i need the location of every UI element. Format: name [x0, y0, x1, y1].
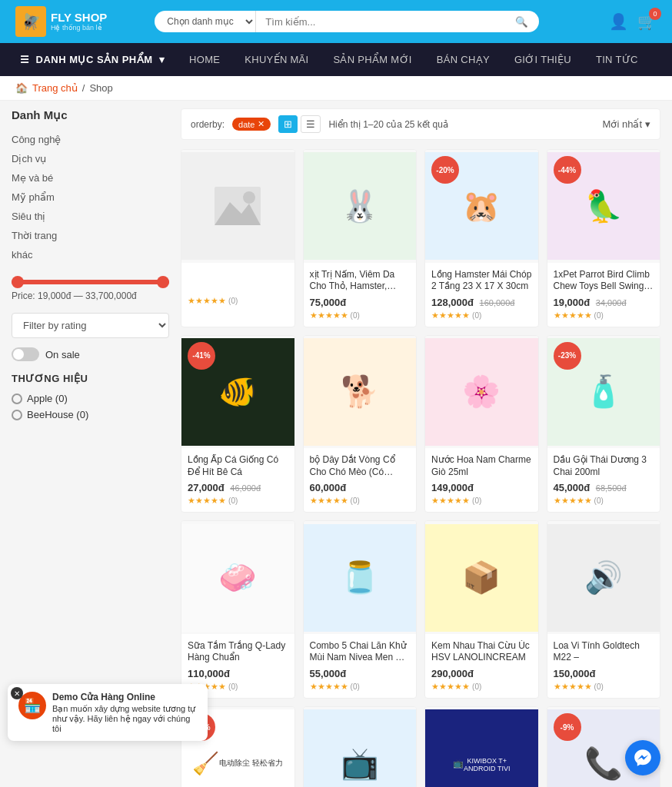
discount-badge: -44% [554, 156, 581, 184]
product-img-dog-leash: 🐕 [304, 336, 417, 449]
product-price-row: 19,000đ 34,000đ [554, 297, 654, 308]
on-sale-toggle[interactable] [12, 347, 39, 361]
product-img-hamster-cage: 🐹 -20% [425, 150, 538, 263]
demo-popup-close[interactable]: ✕ [11, 687, 23, 699]
sort-newest[interactable]: Mới nhất ▾ [603, 118, 650, 130]
sort-bar: orderby: date ✕ ⊞ ☰ Hiển thị 1–20 của 25… [181, 108, 660, 140]
product-card-body-wash[interactable]: 🧼 Sữa Tắm Trắng Q-Lady Hàng Chuẩn 110,00… [181, 520, 295, 699]
product-card-placeholder[interactable]: ★★★★★ (0) [181, 149, 295, 327]
product-price-row: 27,000đ 46,000đ [188, 482, 288, 493]
menu-button[interactable]: ☰ DANH MỤC SẢN PHẨM ▾ [8, 45, 177, 75]
product-card-deodorant[interactable]: 🫙 Combo 5 Chai Lăn Khử Mùi Nam Nivea Men… [303, 520, 418, 699]
nav-item-gioi-thieu[interactable]: GIỚI THIỆU [502, 43, 584, 76]
nav-links: HOME KHUYẾN MÃI SẢN PHẨM MỚI BÁN CHẠY GI… [177, 43, 650, 76]
breadcrumb-home[interactable]: Trang chủ [32, 82, 78, 94]
price-slider-fill [12, 280, 169, 284]
price-slider-container: Price: 19,000đ — 33,700,000đ [12, 280, 169, 301]
discount-badge: -23% [554, 342, 581, 370]
product-info: 1xPet Parrot Bird Climb Chew Toys Bell S… [547, 263, 660, 327]
product-old-price: 46,000đ [230, 483, 261, 493]
cart-button[interactable]: 🛒 0 [637, 12, 657, 31]
orderby-remove-icon[interactable]: ✕ [258, 119, 264, 129]
account-button[interactable]: 👤 [609, 12, 628, 31]
orderby-label: orderby: [191, 119, 225, 130]
demo-popup-title: Demo Cửa Hàng Online [52, 692, 197, 702]
product-name: bộ Dây Dắt Vòng Cổ Cho Chó Mèo (Có Nhiều… [310, 454, 411, 478]
search-button[interactable]: 🔍 [504, 11, 539, 32]
price-slider-thumb-right[interactable] [157, 276, 169, 288]
product-name [188, 269, 288, 292]
product-card-fish-cage[interactable]: 🐠 -41% Lồng Ấp Cá Giống Có Để Hít Bê Cá … [181, 335, 295, 513]
product-img-deodorant: 🫙 [304, 521, 417, 634]
product-stars: ★★★★★ (0) [310, 496, 411, 506]
product-img-fish-cage: 🐠 -41% [181, 336, 294, 449]
search-input[interactable] [256, 11, 504, 32]
product-stars: ★★★★★ (0) [554, 682, 654, 692]
demo-popup-text: Bạn muốn xây dựng website tương tự như v… [52, 704, 197, 733]
sidebar-item-cong-nghe[interactable]: Công nghệ [12, 130, 169, 149]
brand-radio-apple[interactable] [12, 394, 22, 404]
price-slider-thumb-left[interactable] [12, 276, 24, 288]
product-card-parrot-toy[interactable]: 🦜 -44% 1xPet Parrot Bird Climb Chew Toys… [547, 149, 661, 327]
product-name: xịt Trị Nấm, Viêm Da Cho Thỏ, Hamster, N… [310, 269, 411, 293]
demo-popup-icon: 🏪 [18, 692, 46, 719]
header-top: 🪰 FLY SHOP Hệ thống bán lẻ Chọn danh mục… [0, 0, 672, 43]
grid-view-button[interactable]: ⊞ [278, 115, 298, 133]
sidebar-item-dich-vu[interactable]: Dịch vụ [12, 149, 169, 168]
brand-item-apple[interactable]: Apple (0) [12, 390, 169, 407]
product-card-speaker[interactable]: 🔊 Loa Vi Tính Goldtech M22 – 150,000đ ★★… [547, 520, 661, 699]
product-card-kiwibox[interactable]: 📺 KIWIBOX T+ANDROID TIVI KIWIBOX T+ ANDR… [424, 706, 539, 787]
sidebar-item-sieu-thi[interactable]: Siêu thị [12, 207, 169, 226]
sidebar-title: Danh Mục [12, 108, 169, 122]
product-info: bộ Dây Dắt Vòng Cổ Cho Chó Mèo (Có Nhiều… [304, 448, 417, 512]
nav-item-tin-tuc[interactable]: TIN TỨC [584, 43, 650, 76]
nav-item-san-pham-moi[interactable]: SẢN PHẨM MỚI [321, 43, 424, 76]
product-name: Nước Hoa Nam Charme Giò 25ml [431, 454, 532, 478]
product-stars: ★★★★★ (0) [310, 310, 411, 320]
logo-icon: 🪰 [15, 6, 46, 37]
product-stars: ★★★★★ (0) [310, 682, 411, 692]
product-price: 75,000đ [310, 297, 347, 308]
product-info: xịt Trị Nấm, Viêm Da Cho Thỏ, Hamster, N… [304, 263, 417, 327]
list-view-button[interactable]: ☰ [301, 115, 321, 133]
product-stars: ★★★★★ (0) [554, 496, 654, 506]
nav-item-ban-chay[interactable]: BÁN CHẠY [424, 43, 502, 76]
product-stars: ★★★★★ (0) [188, 296, 288, 306]
product-price: 290,000đ [431, 668, 474, 679]
sidebar-item-me-va-be[interactable]: Mẹ và bé [12, 168, 169, 188]
product-price-row: 290,000đ [431, 668, 532, 679]
product-card-shampoo[interactable]: 🧴 -23% Dầu Gội Thái Dương 3 Chai 200ml 4… [547, 335, 661, 513]
sort-chevron-icon: ▾ [645, 118, 650, 130]
product-old-price: 68,500đ [596, 483, 627, 493]
product-name: Loa Vi Tính Goldtech M22 – [554, 640, 654, 664]
price-label: Price: 19,000đ — 33,700,000đ [12, 291, 169, 301]
product-price: 128,000đ [431, 297, 474, 308]
brand-radio-beehouse[interactable] [12, 410, 22, 420]
product-price-row: 75,000đ [310, 297, 411, 308]
product-card-samsung-tv[interactable]: 📺 Smart Tivi Cong Samsung 4K ★★★★★ (0) [303, 706, 418, 787]
product-name: Sữa Tắm Trắng Q-Lady Hàng Chuẩn [188, 640, 288, 664]
product-card-hamster-cage[interactable]: 🐹 -20% Lồng Hamster Mái Chóp 2 Tầng 23 X… [424, 149, 539, 327]
product-card-rabbit-spray[interactable]: 🐰 xịt Trị Nấm, Viêm Da Cho Thỏ, Hamster,… [303, 149, 418, 327]
product-name: Combo 5 Chai Lăn Khử Mùi Nam Nivea Men T… [310, 640, 411, 664]
discount-badge: -20% [431, 156, 459, 184]
nav-item-khuyen-mai[interactable]: KHUYẾN MÃI [232, 43, 321, 76]
product-card-perfume[interactable]: 🌸 Nước Hoa Nam Charme Giò 25ml 149,000đ … [424, 335, 539, 513]
sidebar-item-my-pham[interactable]: Mỹ phẩm [12, 188, 169, 207]
messenger-button[interactable] [625, 740, 660, 775]
filter-rating-select[interactable]: Filter by rating [12, 313, 169, 338]
product-card-cream[interactable]: 📦 Kem Nhau Thai Cừu Úc HSV LANOLINCREAM … [424, 520, 539, 699]
product-stars: ★★★★★ (0) [188, 496, 288, 506]
brand-label-apple: Apple (0) [27, 393, 68, 404]
product-name: Dầu Gội Thái Dương 3 Chai 200ml [554, 454, 654, 478]
nav-item-home[interactable]: HOME [177, 43, 232, 76]
product-name: Lồng Hamster Mái Chóp 2 Tầng 23 X 17 X 3… [431, 269, 532, 293]
view-icons: ⊞ ☰ [278, 115, 321, 133]
sidebar-item-thoi-trang[interactable]: Thời trang [12, 226, 169, 245]
brand-item-beehouse[interactable]: BeeHouse (0) [12, 407, 169, 423]
product-stars: ★★★★★ (0) [554, 310, 654, 320]
product-card-dog-leash[interactable]: 🐕 bộ Dây Dắt Vòng Cổ Cho Chó Mèo (Có Nhi… [303, 335, 418, 513]
category-select[interactable]: Chọn danh mục [155, 11, 256, 32]
sidebar-item-khac[interactable]: khác [12, 245, 169, 264]
product-price-row: 110,000đ [188, 668, 288, 679]
